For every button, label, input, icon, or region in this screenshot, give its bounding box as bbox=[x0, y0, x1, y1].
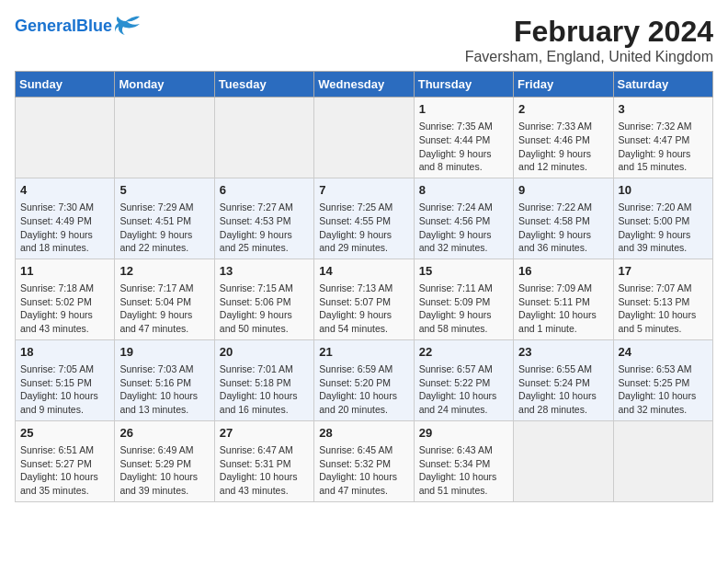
calendar-cell bbox=[214, 98, 313, 178]
cell-info: Sunrise: 7:30 AMSunset: 4:49 PMDaylight:… bbox=[20, 201, 109, 255]
day-number: 13 bbox=[220, 263, 309, 280]
header: GeneralBlue February 2024 Faversham, Eng… bbox=[15, 15, 713, 65]
weekday-header: Friday bbox=[514, 72, 613, 98]
calendar-cell: 16Sunrise: 7:09 AMSunset: 5:11 PMDayligh… bbox=[514, 259, 613, 339]
calendar-cell: 21Sunrise: 6:59 AMSunset: 5:20 PMDayligh… bbox=[314, 339, 414, 420]
calendar-cell: 4Sunrise: 7:30 AMSunset: 4:49 PMDaylight… bbox=[16, 178, 115, 259]
calendar-cell: 26Sunrise: 6:49 AMSunset: 5:29 PMDayligh… bbox=[115, 420, 214, 501]
day-number: 22 bbox=[419, 344, 508, 361]
calendar-cell: 11Sunrise: 7:18 AMSunset: 5:02 PMDayligh… bbox=[16, 259, 115, 339]
day-number: 15 bbox=[419, 263, 508, 280]
day-number: 19 bbox=[119, 344, 209, 361]
logo: GeneralBlue bbox=[15, 15, 142, 39]
calendar-cell: 14Sunrise: 7:13 AMSunset: 5:07 PMDayligh… bbox=[314, 259, 414, 339]
calendar-cell bbox=[16, 98, 115, 178]
cell-info: Sunrise: 7:05 AMSunset: 5:15 PMDaylight:… bbox=[20, 362, 109, 417]
calendar-cell bbox=[314, 98, 414, 178]
cell-info: Sunrise: 7:20 AMSunset: 5:00 PMDaylight:… bbox=[619, 201, 708, 255]
day-number: 11 bbox=[20, 263, 109, 280]
calendar-week-row: 11Sunrise: 7:18 AMSunset: 5:02 PMDayligh… bbox=[16, 259, 713, 339]
calendar-cell: 1Sunrise: 7:35 AMSunset: 4:44 PMDaylight… bbox=[414, 98, 513, 178]
day-number: 14 bbox=[319, 263, 408, 280]
location-title: Faversham, England, United Kingdom bbox=[465, 49, 713, 65]
cell-info: Sunrise: 7:03 AMSunset: 5:16 PMDaylight:… bbox=[119, 362, 209, 417]
cell-info: Sunrise: 7:33 AMSunset: 4:46 PMDaylight:… bbox=[518, 120, 608, 174]
calendar-cell: 5Sunrise: 7:29 AMSunset: 4:51 PMDaylight… bbox=[115, 178, 214, 259]
calendar-cell: 17Sunrise: 7:07 AMSunset: 5:13 PMDayligh… bbox=[613, 259, 712, 339]
month-title: February 2024 bbox=[465, 15, 713, 49]
weekday-header: Monday bbox=[115, 72, 214, 98]
cell-info: Sunrise: 6:45 AMSunset: 5:32 PMDaylight:… bbox=[319, 443, 408, 498]
calendar-cell: 19Sunrise: 7:03 AMSunset: 5:16 PMDayligh… bbox=[115, 339, 214, 420]
calendar-cell: 7Sunrise: 7:25 AMSunset: 4:55 PMDaylight… bbox=[314, 178, 414, 259]
cell-info: Sunrise: 7:32 AMSunset: 4:47 PMDaylight:… bbox=[619, 120, 708, 174]
cell-info: Sunrise: 6:57 AMSunset: 5:22 PMDaylight:… bbox=[419, 362, 508, 417]
cell-info: Sunrise: 7:27 AMSunset: 4:53 PMDaylight:… bbox=[220, 201, 309, 255]
day-number: 3 bbox=[619, 101, 708, 118]
cell-info: Sunrise: 7:18 AMSunset: 5:02 PMDaylight:… bbox=[20, 282, 109, 336]
calendar-cell: 9Sunrise: 7:22 AMSunset: 4:58 PMDaylight… bbox=[514, 178, 613, 259]
day-number: 28 bbox=[319, 425, 408, 442]
calendar-cell: 23Sunrise: 6:55 AMSunset: 5:24 PMDayligh… bbox=[514, 339, 613, 420]
cell-info: Sunrise: 6:43 AMSunset: 5:34 PMDaylight:… bbox=[419, 443, 508, 498]
calendar-cell: 24Sunrise: 6:53 AMSunset: 5:25 PMDayligh… bbox=[613, 339, 712, 420]
day-number: 25 bbox=[20, 425, 109, 442]
day-number: 17 bbox=[619, 263, 708, 280]
cell-info: Sunrise: 7:29 AMSunset: 4:51 PMDaylight:… bbox=[119, 201, 209, 255]
cell-info: Sunrise: 7:11 AMSunset: 5:09 PMDaylight:… bbox=[419, 282, 508, 336]
calendar-cell: 10Sunrise: 7:20 AMSunset: 5:00 PMDayligh… bbox=[613, 178, 712, 259]
cell-info: Sunrise: 7:22 AMSunset: 4:58 PMDaylight:… bbox=[518, 201, 608, 255]
cell-info: Sunrise: 6:51 AMSunset: 5:27 PMDaylight:… bbox=[20, 443, 109, 498]
calendar-cell: 2Sunrise: 7:33 AMSunset: 4:46 PMDaylight… bbox=[514, 98, 613, 178]
weekday-header: Tuesday bbox=[214, 72, 313, 98]
calendar-header: SundayMondayTuesdayWednesdayThursdayFrid… bbox=[16, 72, 713, 98]
cell-info: Sunrise: 7:35 AMSunset: 4:44 PMDaylight:… bbox=[419, 120, 508, 174]
day-number: 7 bbox=[319, 182, 408, 199]
cell-info: Sunrise: 7:25 AMSunset: 4:55 PMDaylight:… bbox=[319, 201, 408, 255]
cell-info: Sunrise: 7:15 AMSunset: 5:06 PMDaylight:… bbox=[220, 282, 309, 336]
cell-info: Sunrise: 7:09 AMSunset: 5:11 PMDaylight:… bbox=[518, 282, 608, 336]
calendar-cell bbox=[613, 420, 712, 501]
day-number: 16 bbox=[518, 263, 608, 280]
day-number: 8 bbox=[419, 182, 508, 199]
calendar-cell: 20Sunrise: 7:01 AMSunset: 5:18 PMDayligh… bbox=[214, 339, 313, 420]
calendar-cell: 27Sunrise: 6:47 AMSunset: 5:31 PMDayligh… bbox=[214, 420, 313, 501]
cell-info: Sunrise: 7:17 AMSunset: 5:04 PMDaylight:… bbox=[119, 282, 209, 336]
cell-info: Sunrise: 7:07 AMSunset: 5:13 PMDaylight:… bbox=[619, 282, 708, 336]
calendar-table: SundayMondayTuesdayWednesdayThursdayFrid… bbox=[15, 71, 713, 502]
cell-info: Sunrise: 6:49 AMSunset: 5:29 PMDaylight:… bbox=[119, 443, 209, 498]
day-number: 4 bbox=[20, 182, 109, 199]
day-number: 18 bbox=[20, 344, 109, 361]
weekday-header: Wednesday bbox=[314, 72, 414, 98]
calendar-cell: 29Sunrise: 6:43 AMSunset: 5:34 PMDayligh… bbox=[414, 420, 513, 501]
calendar-cell: 28Sunrise: 6:45 AMSunset: 5:32 PMDayligh… bbox=[314, 420, 414, 501]
cell-info: Sunrise: 7:01 AMSunset: 5:18 PMDaylight:… bbox=[220, 362, 309, 417]
cell-info: Sunrise: 6:55 AMSunset: 5:24 PMDaylight:… bbox=[518, 362, 608, 417]
calendar-body: 1Sunrise: 7:35 AMSunset: 4:44 PMDaylight… bbox=[16, 98, 713, 502]
day-number: 26 bbox=[119, 425, 209, 442]
calendar-week-row: 1Sunrise: 7:35 AMSunset: 4:44 PMDaylight… bbox=[16, 98, 713, 178]
cell-info: Sunrise: 6:53 AMSunset: 5:25 PMDaylight:… bbox=[619, 362, 708, 417]
calendar-week-row: 18Sunrise: 7:05 AMSunset: 5:15 PMDayligh… bbox=[16, 339, 713, 420]
calendar-week-row: 4Sunrise: 7:30 AMSunset: 4:49 PMDaylight… bbox=[16, 178, 713, 259]
day-number: 10 bbox=[619, 182, 708, 199]
day-number: 27 bbox=[220, 425, 309, 442]
logo-text: GeneralBlue bbox=[15, 17, 112, 36]
day-number: 1 bbox=[419, 101, 508, 118]
calendar-cell bbox=[514, 420, 613, 501]
day-number: 21 bbox=[319, 344, 408, 361]
calendar-cell: 15Sunrise: 7:11 AMSunset: 5:09 PMDayligh… bbox=[414, 259, 513, 339]
calendar-cell: 18Sunrise: 7:05 AMSunset: 5:15 PMDayligh… bbox=[16, 339, 115, 420]
day-number: 2 bbox=[518, 101, 608, 118]
day-number: 24 bbox=[619, 344, 708, 361]
calendar-cell: 22Sunrise: 6:57 AMSunset: 5:22 PMDayligh… bbox=[414, 339, 513, 420]
bird-icon bbox=[114, 15, 142, 39]
calendar-cell: 25Sunrise: 6:51 AMSunset: 5:27 PMDayligh… bbox=[16, 420, 115, 501]
weekday-header: Saturday bbox=[613, 72, 712, 98]
weekday-header: Sunday bbox=[16, 72, 115, 98]
day-number: 5 bbox=[119, 182, 209, 199]
calendar-cell: 13Sunrise: 7:15 AMSunset: 5:06 PMDayligh… bbox=[214, 259, 313, 339]
day-number: 6 bbox=[220, 182, 309, 199]
header-row: SundayMondayTuesdayWednesdayThursdayFrid… bbox=[16, 72, 713, 98]
calendar-cell: 6Sunrise: 7:27 AMSunset: 4:53 PMDaylight… bbox=[214, 178, 313, 259]
